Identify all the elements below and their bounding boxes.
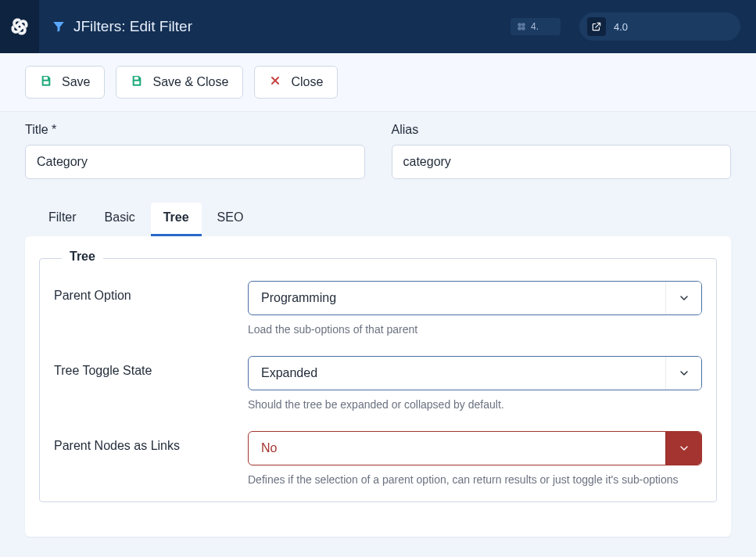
parent-links-select[interactable]: No <box>248 431 702 465</box>
parent-option-value: Programming <box>249 282 665 314</box>
filter-icon <box>52 20 66 34</box>
tree-fieldset: Tree Parent Option Programming Load the … <box>39 258 717 502</box>
chevron-down-icon <box>665 432 701 465</box>
form-area: Title * Alias Filter Basic Tree SEO Tree… <box>0 112 756 537</box>
tab-filter[interactable]: Filter <box>36 203 89 236</box>
tabs: Filter Basic Tree SEO <box>25 203 731 236</box>
save-close-label: Save & Close <box>152 75 228 89</box>
joomla-logo[interactable] <box>0 0 39 53</box>
toggle-state-select[interactable]: Expanded <box>248 356 702 390</box>
svg-point-0 <box>518 23 521 27</box>
joomla-version-badge: 4. <box>511 18 561 35</box>
close-label: Close <box>291 75 323 89</box>
version-pill[interactable]: 4.0 <box>579 13 740 41</box>
title-input[interactable] <box>25 145 365 179</box>
header-right: 4. 4.0 <box>511 0 756 53</box>
toggle-state-help: Should the tree be expanded or collapsed… <box>248 398 702 411</box>
save-icon <box>131 74 143 90</box>
tab-content-card: Tree Parent Option Programming Load the … <box>25 236 731 537</box>
title-label: Title * <box>25 123 365 137</box>
alias-input[interactable] <box>392 145 732 179</box>
parent-links-help: Defines if the selection of a parent opt… <box>248 473 702 486</box>
toggle-state-label: Tree Toggle State <box>54 356 248 378</box>
chevron-down-icon <box>665 357 701 390</box>
parent-option-row: Parent Option Programming Load the sub-o… <box>54 281 702 336</box>
svg-point-1 <box>521 23 525 27</box>
parent-links-row: Parent Nodes as Links No Defines if the … <box>54 431 702 486</box>
save-button[interactable]: Save <box>25 66 105 99</box>
parent-option-help: Load the sub-options of that parent <box>248 323 702 336</box>
header-title: JFilters: Edit Filter <box>39 0 511 53</box>
version-small-text: 4. <box>531 21 539 32</box>
parent-links-value: No <box>249 432 665 465</box>
save-icon <box>40 74 52 90</box>
save-close-button[interactable]: Save & Close <box>116 66 243 99</box>
page-title: JFilters: Edit Filter <box>73 18 192 35</box>
close-button[interactable]: Close <box>254 66 338 99</box>
parent-option-label: Parent Option <box>54 281 248 303</box>
parent-option-select[interactable]: Programming <box>248 281 702 315</box>
svg-point-3 <box>521 27 525 31</box>
save-label: Save <box>62 75 90 89</box>
close-icon <box>269 74 281 90</box>
tab-seo[interactable]: SEO <box>205 203 256 236</box>
tab-basic[interactable]: Basic <box>92 203 148 236</box>
chevron-down-icon <box>665 282 701 314</box>
tree-legend: Tree <box>62 250 103 264</box>
toolbar: Save Save & Close Close <box>0 53 756 112</box>
alias-label: Alias <box>392 123 732 137</box>
header: JFilters: Edit Filter 4. 4.0 <box>0 0 756 53</box>
version-pill-text: 4.0 <box>614 21 628 33</box>
alias-field-group: Alias <box>392 123 732 179</box>
svg-point-2 <box>518 27 521 31</box>
toggle-state-value: Expanded <box>249 357 665 390</box>
parent-links-label: Parent Nodes as Links <box>54 431 248 453</box>
tab-tree[interactable]: Tree <box>151 203 202 236</box>
external-link-icon <box>587 17 606 36</box>
title-field-group: Title * <box>25 123 365 179</box>
title-alias-row: Title * Alias <box>25 123 731 179</box>
toggle-state-row: Tree Toggle State Expanded Should the tr… <box>54 356 702 411</box>
